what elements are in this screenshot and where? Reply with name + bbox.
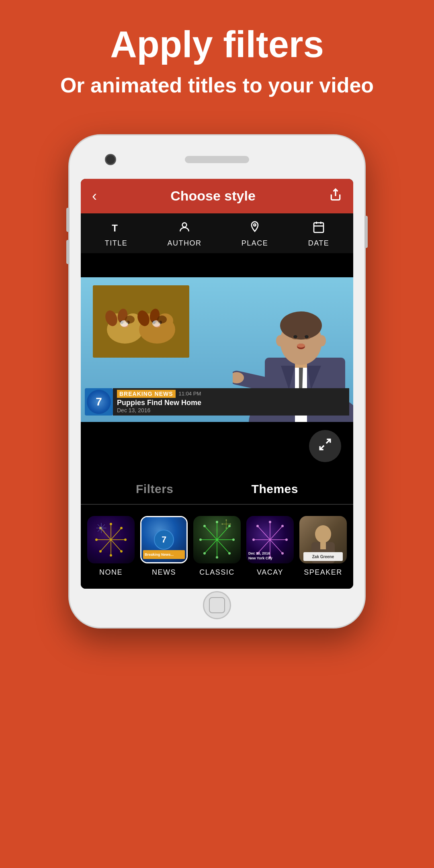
below-video xyxy=(81,422,353,470)
phone-side-button-left-vol1 xyxy=(66,208,70,232)
phone-outer: ‹ Choose style T xyxy=(68,134,366,628)
news-time: 11:04 PM xyxy=(179,391,201,397)
svg-line-80 xyxy=(205,540,217,553)
svg-point-96 xyxy=(229,523,231,524)
filter-vacay[interactable]: Dec 13, 2016 New York City VACAY xyxy=(246,516,294,577)
svg-line-106 xyxy=(258,526,270,540)
svg-point-28 xyxy=(125,315,135,323)
home-button[interactable] xyxy=(203,591,231,619)
phone-bottom-bar xyxy=(81,595,353,615)
filter-thumb-news: 7 Breaking News... xyxy=(140,516,188,563)
svg-text:Zak Greene: Zak Greene xyxy=(312,555,334,559)
phone-side-button-left-vol2 xyxy=(66,240,70,264)
phone-wrapper: ‹ Choose style T xyxy=(0,134,434,628)
svg-point-86 xyxy=(228,552,231,555)
svg-point-85 xyxy=(232,538,235,541)
share-button[interactable] xyxy=(329,188,342,204)
svg-point-62 xyxy=(120,550,123,553)
svg-point-95 xyxy=(225,519,227,520)
puppies-svg xyxy=(93,285,189,358)
svg-point-61 xyxy=(124,538,127,541)
filter-row: NONE 7 Breaking News... xyxy=(81,505,353,589)
svg-text:T: T xyxy=(112,222,118,233)
filter-classic[interactable]: CLASSIC xyxy=(193,516,241,577)
svg-point-36 xyxy=(280,311,322,340)
svg-point-29 xyxy=(157,315,167,323)
header-section: Apply filters Or animated titles to your… xyxy=(0,0,434,110)
svg-point-3 xyxy=(254,224,256,226)
svg-line-54 xyxy=(111,540,121,551)
svg-line-82 xyxy=(205,526,217,540)
filter-none[interactable]: NONE xyxy=(87,516,135,577)
fullscreen-icon xyxy=(318,438,332,454)
svg-rect-4 xyxy=(314,223,323,232)
title-icon: T xyxy=(110,221,123,237)
tab-author[interactable]: AUTHOR xyxy=(167,221,201,248)
tab-bar: T TITLE AUTHOR xyxy=(81,213,353,253)
news-logo-circle: 7 xyxy=(87,390,111,414)
svg-point-109 xyxy=(285,538,288,541)
svg-point-88 xyxy=(203,552,206,555)
svg-line-78 xyxy=(217,540,229,553)
section-tabs: Filters Themes xyxy=(81,470,353,505)
svg-point-113 xyxy=(252,538,255,541)
svg-point-64 xyxy=(99,550,102,553)
svg-point-63 xyxy=(110,554,112,557)
vacay-date-text: Dec 13, 2016 New York City xyxy=(248,551,272,561)
svg-point-90 xyxy=(203,525,206,527)
filter-thumb-speaker: Zak Greene xyxy=(299,516,347,563)
breaking-news-bar: 7 BREAKING NEWS 11:04 PM Puppies Find Ne… xyxy=(85,388,349,416)
fullscreen-button[interactable] xyxy=(309,430,341,462)
phone-screen: ‹ Choose style T xyxy=(81,179,353,589)
svg-point-44 xyxy=(318,335,326,346)
header-subtitle: Or animated titles to your video xyxy=(24,73,410,98)
filter-label-none: NONE xyxy=(99,568,123,577)
app-bar-title: Choose style xyxy=(170,188,256,204)
filter-label-classic: CLASSIC xyxy=(199,568,235,577)
svg-point-97 xyxy=(225,527,227,528)
filter-thumb-classic xyxy=(193,516,241,563)
filter-thumb-none xyxy=(87,516,135,563)
svg-point-83 xyxy=(216,521,218,523)
filter-news[interactable]: 7 Breaking News... NEWS xyxy=(140,516,188,577)
filter-speaker[interactable]: Zak Greene SPEAKER xyxy=(299,516,347,577)
back-button[interactable]: ‹ xyxy=(92,188,97,205)
svg-point-108 xyxy=(281,525,284,527)
svg-line-58 xyxy=(100,528,111,540)
svg-point-115 xyxy=(315,525,331,543)
tab-author-label: AUTHOR xyxy=(167,239,201,248)
svg-line-52 xyxy=(111,528,121,540)
author-icon xyxy=(178,221,191,237)
svg-point-40 xyxy=(305,335,309,338)
tab-place[interactable]: PLACE xyxy=(242,221,268,248)
svg-point-87 xyxy=(216,556,218,559)
breaking-news-label: BREAKING NEWS xyxy=(117,390,176,398)
news-date: Dec 13, 2016 xyxy=(117,407,345,414)
news-headline: Puppies Find New Home xyxy=(117,399,345,407)
svg-line-68 xyxy=(101,524,105,528)
above-video-area xyxy=(81,253,353,277)
filter-label-news: NEWS xyxy=(152,568,176,577)
tab-date[interactable]: DATE xyxy=(308,221,330,248)
share-icon xyxy=(329,188,342,201)
news-text-area: BREAKING NEWS 11:04 PM Puppies Find New … xyxy=(113,388,349,416)
phone-side-button-right xyxy=(364,216,368,248)
svg-point-65 xyxy=(95,538,98,541)
svg-point-39 xyxy=(293,335,297,338)
svg-point-84 xyxy=(228,525,231,527)
header-title: Apply filters xyxy=(24,24,410,65)
svg-point-42 xyxy=(297,344,305,348)
svg-line-100 xyxy=(270,526,283,540)
tab-title[interactable]: T TITLE xyxy=(105,221,128,248)
tab-themes[interactable]: Themes xyxy=(252,482,298,500)
svg-point-2 xyxy=(182,223,187,227)
tab-filters[interactable]: Filters xyxy=(136,482,174,500)
app-bar: ‹ Choose style xyxy=(81,179,353,213)
filter-thumb-vacay: Dec 13, 2016 New York City xyxy=(246,516,294,563)
svg-point-89 xyxy=(199,538,202,541)
filter-label-vacay: VACAY xyxy=(257,568,283,577)
phone-camera xyxy=(105,154,116,165)
place-icon xyxy=(248,221,261,237)
tab-place-label: PLACE xyxy=(242,239,268,248)
filter-label-speaker: SPEAKER xyxy=(304,568,342,577)
